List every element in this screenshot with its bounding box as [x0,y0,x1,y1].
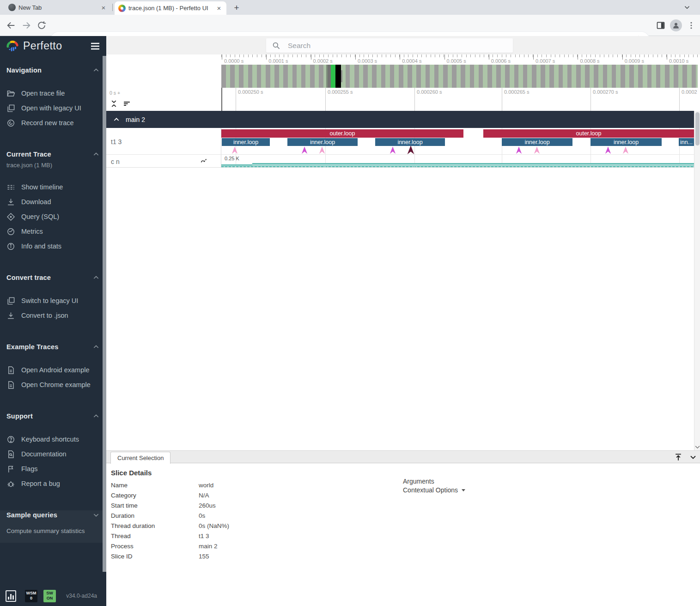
trace-stats-icon[interactable] [6,590,16,602]
back-icon[interactable] [6,20,16,30]
minimap-viewport-shade[interactable] [326,65,331,88]
process-group-header[interactable]: main 2 [106,111,694,128]
slice-outer-loop[interactable]: outer.loop [483,129,694,138]
chevron-up-icon[interactable] [92,343,100,351]
sidebar-item-switch-to-legacy-ui[interactable]: Switch to legacy UI [0,293,106,308]
minimap-viewport-handle[interactable] [341,70,342,82]
tab-close-icon[interactable]: × [100,4,107,12]
forward-icon[interactable] [21,20,31,30]
slice-inner-loop[interactable]: inner.loop [287,138,358,146]
instant-event-arrow[interactable] [319,146,325,154]
chevron-up-icon[interactable] [92,412,100,420]
details-row-category: CategoryN/A [111,492,136,499]
slice-inner-loop[interactable]: inner.loop [502,138,572,146]
new-tab-button[interactable]: + [231,2,242,13]
thread-track-content[interactable]: outer.loopouter.loopinner.loopinner.loop… [221,128,694,154]
slice-inner-loop[interactable]: inner.loop [222,138,270,146]
overview-time-label: 0.000250 s [238,89,263,95]
chevron-up-icon[interactable] [92,274,100,281]
instant-event-arrow[interactable] [301,146,308,154]
sidebar-item-metrics[interactable]: Metrics [0,224,106,239]
version-label: v34.0-ad24a [66,593,97,599]
legacy-ui-icon [6,297,15,305]
instant-event-arrow[interactable] [534,146,540,154]
minimap-viewport-cursor[interactable] [335,65,341,88]
record-icon [6,119,15,127]
timeline-minimap[interactable] [106,65,700,88]
sidebar-item-label: Open with legacy UI [21,104,81,112]
chevron-up-icon[interactable] [92,151,100,158]
thread-track-shell[interactable]: t1 3 [106,128,221,154]
chevron-down-icon[interactable] [92,511,100,519]
slice-inner-loop[interactable]: inner.loop [375,138,445,146]
contextual-options-dropdown[interactable]: Contextual Options [403,486,465,494]
chevron-up-icon[interactable] [113,116,120,123]
timeline-icon [6,183,15,192]
detail-value: t1 3 [199,533,209,539]
sidebar-item-compute-summary-statistics[interactable]: Compute summary statistics [0,523,106,538]
sidebar-item-record-new-trace[interactable]: Record new trace [0,115,106,130]
browser-menu-kebab-icon[interactable] [687,21,696,30]
chevron-up-icon[interactable] [92,67,100,74]
counter-track-shell[interactable]: c n [106,155,221,167]
sidebar-item-report-a-bug[interactable]: Report a bug [0,476,106,491]
sidebar-item-show-timeline[interactable]: Show timeline [0,180,106,194]
timeline-overview-row: 0 s + 0.000250 s0.000255 s0.000260 s0.00… [106,88,700,111]
sidebar-item-keyboard-shortcuts[interactable]: Keyboard shortcuts [0,432,106,447]
instant-event-arrow[interactable] [231,146,238,154]
track-filter-icon[interactable] [122,100,131,108]
app-title: Perfetto [23,40,62,52]
hamburger-menu-icon[interactable] [90,41,101,52]
sidebar-item-label: Convert to .json [21,312,68,319]
slice-inner-loop[interactable]: inner.loop [590,138,662,146]
instant-event-arrow-selected[interactable] [406,145,415,154]
instant-event-arrow[interactable] [516,146,522,154]
tab-close-icon[interactable]: × [215,4,223,12]
scroll-down-arrow-icon[interactable] [694,445,700,449]
browser-tab-perfetto[interactable]: trace.json (1 MB) - Perfetto UI × [115,1,226,15]
reload-icon[interactable] [37,20,47,30]
section-header[interactable]: Convert trace [0,273,106,282]
profile-avatar[interactable] [670,19,682,31]
ruler-tick-label: 0.0002 s [313,58,333,64]
section-header[interactable]: Current Trace [0,150,106,159]
collapse-tracks-icon[interactable] [110,100,118,108]
sidebar-item-flags[interactable]: Flags [0,461,106,476]
sidebar-item-open-with-legacy-ui[interactable]: Open with legacy UI [0,101,106,115]
perfetto-favicon [118,5,126,12]
sidebar-item-download[interactable]: Download [0,194,106,209]
slice-outer-loop[interactable]: outer.loop [221,129,463,138]
search-input[interactable]: Search [266,38,513,53]
sidebar-item-open-chrome-example[interactable]: Open Chrome example [0,377,106,392]
folder-open-icon [6,89,15,98]
timeline-origin-label: 0 s + [110,90,120,96]
sidebar-item-query-sql-[interactable]: Query (SQL) [0,209,106,224]
section-header[interactable]: Example Traces [0,342,106,351]
download-icon [6,311,15,320]
browser-tab-newtab[interactable]: New Tab × [5,0,111,15]
section-header[interactable]: Support [0,412,106,421]
tracks-scrollbar[interactable] [694,111,700,450]
minimap-viewport-highlight[interactable] [331,65,335,88]
slice-inner-loop[interactable]: inn... [679,138,694,146]
sidebar-item-open-trace-file[interactable]: Open trace file [0,86,106,101]
sidebar-scrollbar[interactable] [103,56,106,572]
instant-event-arrow[interactable] [390,146,396,154]
sidebar-item-open-android-example[interactable]: Open Android example [0,363,106,377]
scrollbar-thumb[interactable] [695,112,700,145]
collapse-panel-down-icon[interactable] [688,453,698,462]
instant-event-arrow[interactable] [605,146,611,154]
sidebar-item-convert-to-json[interactable]: Convert to .json [0,308,106,323]
section-header[interactable]: Navigation [0,66,106,75]
section-header[interactable]: Sample queries [0,510,106,520]
instant-event-arrow[interactable] [622,146,629,154]
sidebar-item-documentation[interactable]: Documentation [0,447,106,461]
sidebar-item-info-and-stats[interactable]: Info and stats [0,239,106,254]
counter-track-content[interactable]: 0.25 K [221,155,694,167]
thread-track: t1 3 outer.loopouter.loopinner.loopinner… [106,128,694,155]
expand-panel-up-icon[interactable] [674,453,683,462]
current-selection-tab[interactable]: Current Selection [110,452,170,464]
side-panel-icon[interactable] [656,21,665,30]
sidebar-item-label: Record new trace [21,119,74,127]
tab-search-chevron-icon[interactable] [683,3,691,12]
